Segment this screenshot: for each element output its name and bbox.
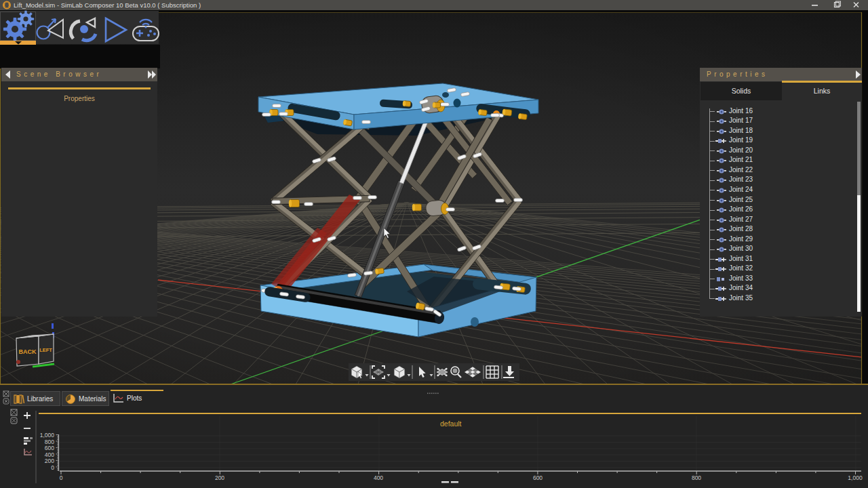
svg-text:BACK: BACK (19, 348, 37, 355)
svg-text:LEFT: LEFT (39, 347, 52, 353)
